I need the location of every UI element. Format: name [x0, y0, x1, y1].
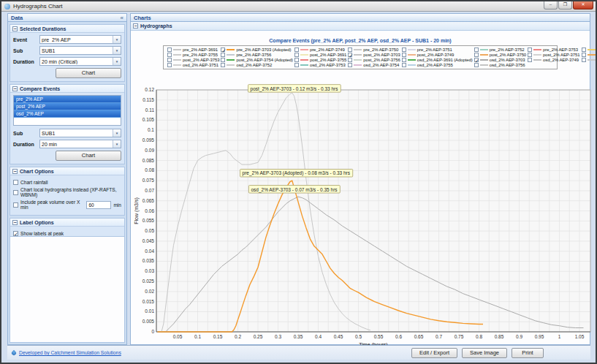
legend-line-icon	[408, 64, 416, 66]
legend-checkbox[interactable]	[402, 63, 406, 67]
hydrograph-chart[interactable]: 00.0050.010.0150.020.0250.030.0350.040.0…	[132, 87, 592, 352]
list-item[interactable]: osd_2% AEP	[14, 110, 121, 118]
collapse-icon[interactable]: −	[12, 86, 18, 91]
legend-item: post_2% AEP-3752	[582, 53, 597, 57]
checkbox[interactable]	[13, 190, 18, 195]
hydrographs-group-header[interactable]: − Hydrographs	[131, 22, 590, 31]
svg-text:0.12: 0.12	[145, 87, 154, 92]
compare-events-list[interactable]: pre_2% AEPpost_2% AEPosd_2% AEP	[13, 95, 121, 126]
field-label: Event	[13, 37, 39, 42]
legend-checkbox[interactable]	[474, 63, 479, 67]
combo-box[interactable]: 20 min (Critical)▼	[39, 57, 121, 66]
developer-link[interactable]: Developed by Catchment Simulation Soluti…	[19, 350, 121, 355]
svg-text:0.4: 0.4	[315, 334, 322, 339]
chevron-down-icon[interactable]: ▼	[113, 140, 121, 148]
legend-checkbox[interactable]	[167, 48, 172, 52]
list-item[interactable]: pre_2% AEP	[14, 96, 121, 103]
svg-text:0.115: 0.115	[142, 97, 154, 102]
legend-item: post_2% AEP-3753	[167, 58, 219, 62]
close-button-icon[interactable]: ✕	[573, 1, 593, 10]
svg-text:0.065: 0.065	[142, 198, 155, 203]
legend-checkbox[interactable]	[402, 58, 406, 62]
collapse-icon[interactable]: −	[12, 220, 18, 225]
legend-checkbox[interactable]	[167, 58, 172, 62]
selected-durations-group: − Selected Durations Eventpre_2% AEP▼Sub…	[9, 24, 125, 82]
legend-checkbox[interactable]	[221, 58, 225, 62]
legend-checkbox[interactable]	[221, 63, 225, 67]
legend-checkbox[interactable]	[348, 58, 352, 62]
chevron-down-icon[interactable]: ▼	[113, 47, 121, 54]
chevron-down-icon[interactable]: ▼	[113, 58, 121, 65]
maximize-button-icon[interactable]: ❐	[558, 1, 572, 10]
combo-box[interactable]: SUB1▼	[39, 129, 121, 137]
legend-checkbox[interactable]	[582, 53, 586, 57]
footer-bar: Developed by Catchment Simulation Soluti…	[7, 345, 590, 360]
legend-checkbox[interactable]	[294, 48, 299, 52]
legend-checkbox[interactable]	[474, 53, 479, 57]
chevron-down-icon[interactable]: ▼	[113, 36, 121, 43]
chart-button-durations[interactable]: Chart	[56, 68, 121, 78]
legend-checkbox[interactable]	[348, 63, 352, 67]
legend-item: post_2% AEP-3703	[348, 53, 400, 57]
legend-checkbox[interactable]	[528, 58, 532, 62]
combo-box[interactable]: 20 min▼	[39, 140, 121, 148]
legend-checkbox[interactable]	[402, 48, 406, 52]
legend-checkbox[interactable]	[348, 48, 352, 52]
legend-checkbox[interactable]	[167, 63, 172, 67]
edit-export-button[interactable]: Edit / Export	[411, 348, 457, 358]
legend-checkbox[interactable]	[582, 58, 586, 62]
collapse-icon[interactable]: −	[133, 23, 138, 29]
legend-checkbox[interactable]	[294, 53, 299, 57]
combo-box[interactable]: SUB1▼	[39, 46, 121, 55]
legend-checkbox[interactable]	[528, 48, 532, 52]
compare-events-header[interactable]: − Compare Events	[10, 85, 124, 93]
checkbox[interactable]	[13, 180, 18, 185]
minimize-button-icon[interactable]: –	[544, 1, 558, 10]
field-label: Duration	[13, 59, 39, 64]
legend-label: post_2% AEP-3691	[310, 53, 346, 57]
legend-checkbox[interactable]	[348, 53, 352, 57]
legend-label: osd_2% AEP-3703	[490, 58, 525, 62]
combo-value: 20 min (Critical)	[40, 59, 113, 64]
legend-checkbox[interactable]	[221, 48, 225, 52]
legend-checkbox[interactable]	[294, 63, 299, 67]
legend-label: post_2% AEP-3703	[363, 53, 400, 57]
panel-pin-icon[interactable]: «	[121, 15, 123, 21]
legend-checkbox[interactable]	[474, 48, 479, 52]
list-item[interactable]: post_2% AEP	[14, 103, 121, 110]
legend-checkbox[interactable]	[474, 58, 479, 62]
label-options-header[interactable]: − Label Options	[10, 219, 124, 227]
checkbox[interactable]	[13, 202, 18, 208]
svg-text:0.95: 0.95	[535, 334, 544, 339]
selected-durations-header[interactable]: − Selected Durations	[10, 25, 124, 33]
collapse-icon[interactable]: −	[12, 26, 18, 31]
peak-volume-input[interactable]	[86, 201, 111, 209]
legend-checkbox[interactable]	[294, 58, 299, 62]
legend-checkbox[interactable]	[402, 53, 406, 57]
svg-text:0.9: 0.9	[516, 334, 522, 339]
svg-text:0.65: 0.65	[414, 334, 424, 339]
legend-checkbox[interactable]	[582, 48, 586, 52]
svg-text:1: 1	[558, 334, 561, 339]
svg-text:1.05: 1.05	[575, 334, 585, 339]
legend-checkbox[interactable]	[167, 53, 172, 57]
legend-label: pre_2% AEP-3750	[363, 48, 398, 52]
legend-checkbox[interactable]	[528, 53, 532, 57]
svg-text:0.3: 0.3	[275, 334, 281, 339]
field-row: SubSUB1▼	[13, 129, 121, 137]
collapse-icon[interactable]: −	[12, 169, 18, 174]
print-button[interactable]: Print	[512, 348, 544, 358]
svg-text:post_2% AEP-3703 - 0.12 m3/s -: post_2% AEP-3703 - 0.12 m3/s - 0.33 hrs	[251, 86, 339, 92]
legend-item: osd_2% AEP-3756	[474, 63, 526, 67]
legend-line-icon	[533, 59, 541, 61]
combo-box[interactable]: pre_2% AEP▼	[39, 35, 121, 44]
save-image-button[interactable]: Save Image	[462, 348, 507, 358]
field-label: Sub	[13, 131, 39, 136]
legend-label: osd_2% AEP-3756	[490, 63, 525, 67]
legend-checkbox[interactable]	[221, 53, 225, 57]
chart-button-compare[interactable]: Chart	[56, 151, 121, 161]
checkbox[interactable]	[13, 231, 18, 236]
chart-options-header[interactable]: − Chart Options	[10, 167, 124, 175]
chevron-down-icon[interactable]: ▼	[113, 129, 121, 137]
field-row: Eventpre_2% AEP▼	[13, 35, 121, 44]
